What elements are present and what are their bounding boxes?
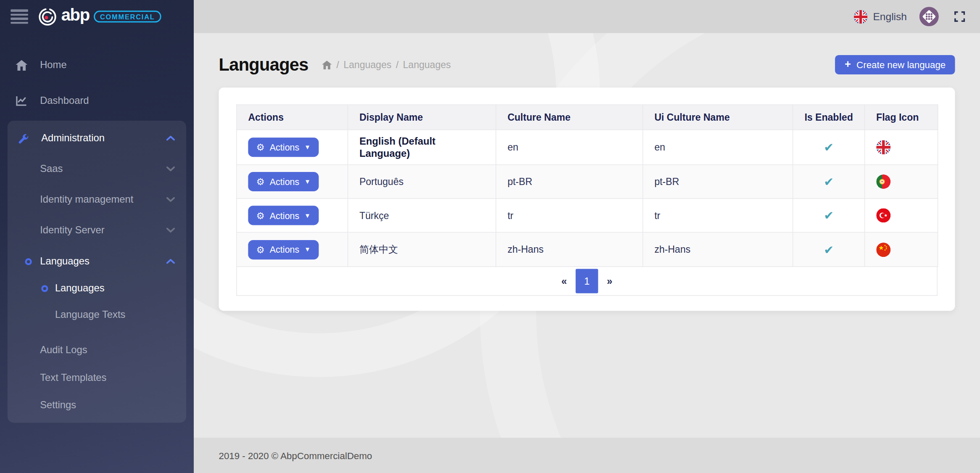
chevron-up-icon [166, 259, 175, 264]
ui-culture-name-cell: pt-BR [643, 165, 793, 198]
row-actions-button[interactable]: ⚙ Actions ▼ [248, 240, 319, 259]
main-content: Languages / Languages / Languages + Crea… [194, 33, 980, 473]
dashboard-icon [15, 95, 28, 106]
culture-name-cell: en [496, 130, 643, 165]
create-new-language-button[interactable]: + Create new language [835, 55, 955, 74]
actions-button-label: Actions [270, 210, 300, 220]
caret-down-icon: ▼ [304, 212, 311, 219]
sidebar-item-saas[interactable]: Saas [8, 155, 186, 182]
breadcrumb-item[interactable]: Languages [343, 59, 391, 71]
language-switcher[interactable]: English [854, 10, 907, 24]
actions-button-label: Actions [270, 177, 300, 187]
footer: 2019 - 2020 © AbpCommercialDemo [194, 438, 980, 473]
sidebar-item-label: Language Texts [55, 309, 126, 320]
pagination: « 1 » [236, 267, 938, 296]
sidebar-admin-panel: Administration Saas Identity management [8, 121, 186, 423]
culture-name-cell: pt-BR [496, 165, 643, 198]
culture-name-cell: zh-Hans [496, 233, 643, 267]
wrench-icon [16, 132, 29, 144]
column-header-display-name: Display Name [348, 105, 496, 129]
home-icon [15, 60, 28, 70]
sidebar-item-settings[interactable]: Settings [8, 391, 186, 419]
sidebar-item-label: Text Templates [40, 372, 106, 383]
check-icon: ✔ [824, 175, 834, 188]
abp-logo-icon [38, 7, 57, 26]
flag-portugal-icon [876, 174, 890, 189]
table-row: ⚙ Actions ▼ Türkçe tr tr ✔ [237, 198, 938, 232]
copyright-text: 2019 - 2020 © AbpCommercialDemo [219, 450, 372, 461]
gear-icon: ⚙ [256, 211, 265, 220]
uk-flag-icon [854, 10, 867, 24]
row-actions-button[interactable]: ⚙ Actions ▼ [248, 172, 319, 191]
breadcrumb-item[interactable]: Languages [403, 59, 451, 71]
pagination-next-button[interactable]: » [598, 275, 621, 287]
sidebar-item-label: Identity Server [40, 225, 104, 236]
sidebar-item-audit-logs[interactable]: Audit Logs [8, 336, 186, 364]
sidebar-item-languages-child[interactable]: Languages [8, 275, 186, 301]
display-name-cell: Türkçe [348, 198, 496, 232]
table-row: ⚙ Actions ▼ English (Default Language) e… [237, 130, 938, 165]
brand-logo[interactable]: abp COMMERCIAL [38, 7, 161, 26]
display-name-cell: Português [348, 165, 496, 198]
sidebar: abp COMMERCIAL Home Dashboard [0, 0, 194, 473]
ring-icon [41, 285, 48, 291]
column-header-is-enabled: Is Enabled [793, 105, 865, 129]
breadcrumb: / Languages / Languages [322, 59, 450, 71]
ui-culture-name-cell: tr [643, 198, 793, 232]
sidebar-item-home[interactable]: Home [0, 51, 194, 79]
create-button-label: Create new language [856, 59, 946, 70]
chevron-down-icon [166, 166, 175, 172]
sidebar-item-identity-server[interactable]: Identity Server [8, 217, 186, 244]
page-title: Languages [219, 55, 308, 75]
check-icon: ✔ [824, 141, 834, 154]
brand-name: abp [61, 7, 90, 26]
sidebar-item-label: Administration [41, 132, 105, 144]
pagination-prev-button[interactable]: « [553, 275, 576, 287]
column-header-culture-name: Culture Name [496, 105, 643, 129]
gear-icon: ⚙ [256, 177, 265, 186]
flag-china-icon [876, 242, 890, 256]
caret-down-icon: ▼ [304, 246, 311, 253]
sidebar-item-label: Saas [40, 163, 63, 174]
brand-badge: COMMERCIAL [94, 11, 161, 23]
sidebar-item-administration[interactable]: Administration [8, 124, 186, 152]
gear-icon: ⚙ [256, 245, 265, 254]
is-enabled-cell: ✔ [793, 130, 865, 165]
sidebar-item-label: Home [40, 59, 66, 71]
sidebar-item-languages[interactable]: Languages [8, 248, 186, 275]
pagination-page-1-button[interactable]: 1 [576, 269, 598, 293]
check-icon: ✔ [824, 209, 834, 222]
breadcrumb-separator: / [396, 59, 398, 71]
flag-cell [865, 165, 938, 198]
menu-toggle-icon[interactable] [11, 9, 28, 24]
actions-cell: ⚙ Actions ▼ [237, 130, 348, 165]
flag-turkey-icon [876, 208, 890, 222]
chevron-down-icon [166, 227, 175, 233]
display-name-cell: 简体中文 [348, 233, 496, 267]
sidebar-item-label: Audit Logs [40, 344, 87, 356]
language-label: English [873, 11, 906, 22]
breadcrumb-separator: / [337, 59, 339, 71]
languages-table: Actions Display Name Culture Name Ui Cul… [236, 104, 938, 267]
table-row: ⚙ Actions ▼ 简体中文 zh-Hans zh-Hans ✔ [237, 233, 938, 267]
sidebar-item-label: Languages [40, 256, 90, 267]
is-enabled-cell: ✔ [793, 233, 865, 267]
display-name-cell: English (Default Language) [348, 130, 496, 165]
sidebar-item-identity-management[interactable]: Identity management [8, 186, 186, 213]
breadcrumb-home-icon[interactable] [322, 61, 332, 69]
user-avatar[interactable] [919, 7, 939, 26]
culture-name-cell: tr [496, 198, 643, 232]
top-header-bar: English [194, 0, 980, 33]
sidebar-item-label: Settings [40, 399, 76, 411]
is-enabled-cell: ✔ [793, 165, 865, 198]
sidebar-item-text-templates[interactable]: Text Templates [8, 364, 186, 391]
gear-icon: ⚙ [256, 143, 265, 152]
sidebar-item-language-texts[interactable]: Language Texts [8, 301, 186, 328]
sidebar-item-dashboard[interactable]: Dashboard [0, 87, 194, 114]
row-actions-button[interactable]: ⚙ Actions ▼ [248, 206, 319, 225]
actions-cell: ⚙ Actions ▼ [237, 165, 348, 198]
sidebar-header: abp COMMERCIAL [0, 0, 194, 33]
sidebar-item-label: Identity management [40, 194, 133, 205]
row-actions-button[interactable]: ⚙ Actions ▼ [248, 137, 319, 157]
fullscreen-icon[interactable] [954, 11, 965, 22]
